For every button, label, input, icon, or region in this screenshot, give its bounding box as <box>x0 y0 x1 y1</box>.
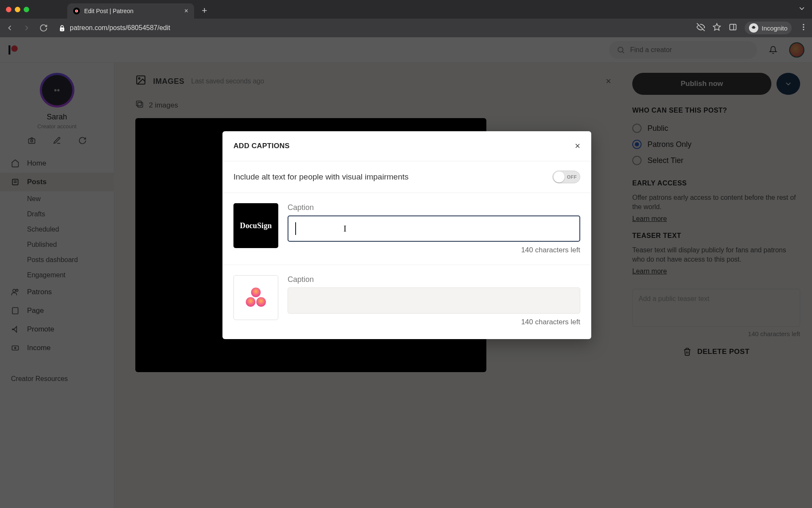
new-tab-button[interactable]: + <box>202 5 207 16</box>
browser-toolbar: patreon.com/posts/68054587/edit Incognit… <box>0 19 812 37</box>
lock-icon <box>58 24 66 32</box>
nav-forward-button[interactable] <box>21 22 32 33</box>
add-captions-modal: ADD CAPTIONS × Include alt text for peop… <box>222 131 591 339</box>
incognito-badge[interactable]: Incognito <box>745 22 792 34</box>
tabs-dropdown-icon[interactable] <box>798 4 806 14</box>
incognito-icon <box>749 23 758 33</box>
window-controls <box>6 7 29 12</box>
caption-thumb-asana <box>233 275 278 320</box>
nav-reload-button[interactable] <box>38 22 49 33</box>
caption-label-1: Caption <box>288 203 580 212</box>
docusign-logo-text: DocuSign <box>240 221 272 230</box>
caption-input-1[interactable]: I <box>288 215 580 242</box>
svg-point-4 <box>803 24 804 25</box>
caption-item-2: Caption 140 characters left <box>222 265 591 339</box>
modal-title: ADD CAPTIONS <box>233 142 290 150</box>
alt-text-toggle[interactable]: OFF <box>552 171 580 183</box>
caption-charcount-1: 140 characters left <box>288 246 580 254</box>
browser-tab-strip: Edit Post | Patreon × + <box>0 0 812 19</box>
bookmark-star-icon[interactable] <box>713 23 721 33</box>
browser-tab[interactable]: Edit Post | Patreon × <box>67 3 194 19</box>
text-caret <box>295 222 296 235</box>
text-cursor-icon: I <box>343 223 346 234</box>
caption-input-2[interactable] <box>288 287 580 314</box>
window-zoom-dot[interactable] <box>24 7 29 12</box>
caption-charcount-2: 140 characters left <box>288 318 580 326</box>
panel-icon[interactable] <box>729 23 737 33</box>
incognito-label: Incognito <box>762 25 787 32</box>
patreon-favicon-icon <box>73 8 80 14</box>
alt-text-toggle-label: Include alt text for people with visual … <box>233 172 409 182</box>
caption-item-1: DocuSign Caption I 140 characters left <box>222 193 591 265</box>
svg-point-27 <box>256 297 266 307</box>
toggle-knob <box>554 171 565 182</box>
svg-rect-2 <box>730 24 736 30</box>
url-text: patreon.com/posts/68054587/edit <box>70 24 170 32</box>
svg-point-6 <box>803 29 804 30</box>
window-close-dot[interactable] <box>6 7 11 12</box>
caption-label-2: Caption <box>288 275 580 284</box>
svg-marker-1 <box>713 24 721 30</box>
svg-point-26 <box>246 297 255 307</box>
svg-point-5 <box>803 26 804 28</box>
svg-point-25 <box>251 287 261 297</box>
toggle-state-label: OFF <box>567 174 577 179</box>
address-bar[interactable]: patreon.com/posts/68054587/edit <box>58 24 170 32</box>
caption-thumb-docusign: DocuSign <box>233 203 278 248</box>
window-minimize-dot[interactable] <box>15 7 20 12</box>
tab-close-icon[interactable]: × <box>184 7 188 15</box>
nav-back-button[interactable] <box>4 22 15 33</box>
modal-close-button[interactable]: × <box>575 141 580 152</box>
tab-title: Edit Post | Patreon <box>84 8 133 14</box>
eye-off-icon[interactable] <box>697 23 705 33</box>
browser-menu-icon[interactable] <box>799 23 808 33</box>
